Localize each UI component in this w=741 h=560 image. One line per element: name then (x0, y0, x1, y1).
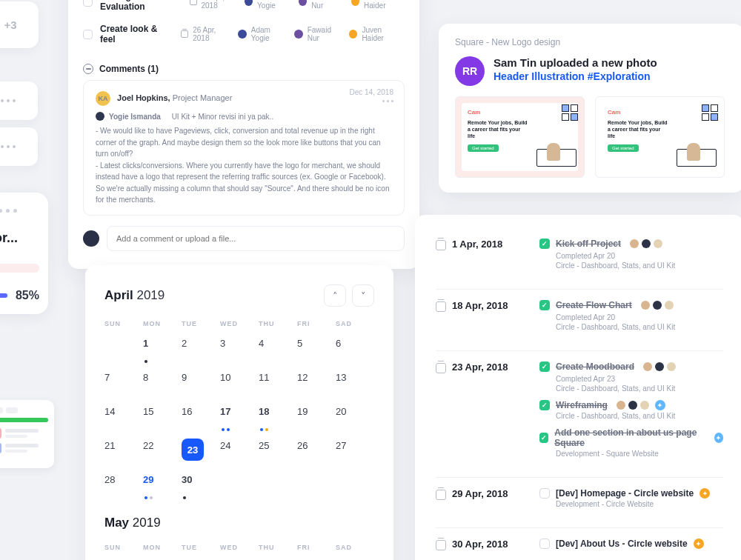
comment-input[interactable] (107, 226, 405, 251)
checkbox-icon[interactable] (539, 539, 550, 549)
calendar-day[interactable]: 19 (297, 404, 336, 428)
calendar-icon (436, 301, 446, 312)
calendar-day[interactable]: 24 (220, 439, 259, 462)
badge-icon: ✦ (714, 433, 723, 443)
next-month-button[interactable]: ˅ (352, 284, 374, 307)
calendar-day[interactable]: 21 (104, 439, 143, 462)
attachment-thumb[interactable]: Cam Remote Your jobs, Build a career tha… (595, 96, 725, 178)
overflow-chip[interactable]: +3 (0, 1, 39, 48)
agenda-item[interactable]: Create MoodboardCompleted Apr 23Circle -… (539, 361, 723, 400)
calendar-icon (436, 490, 446, 500)
avatar-icon (238, 30, 247, 39)
mini-preview-card (0, 400, 54, 468)
checkbox-icon[interactable] (539, 400, 550, 410)
agenda-item[interactable]: Wireframing✦Circle - Dashboard, Stats, a… (539, 400, 723, 427)
calendar-day[interactable]: 5 (297, 336, 336, 360)
calendar-day[interactable] (259, 473, 297, 496)
calendar-day[interactable]: 8 (143, 370, 182, 394)
comment: Dec 14, 2018 KA Joel Hopkins, Project Ma… (83, 80, 405, 216)
attachment-thumb[interactable]: Cam Remote Your jobs, Build a career tha… (455, 96, 585, 178)
task-row[interactable]: Create look & feel 26 Apr, 2018 Adam Yog… (83, 18, 405, 50)
drag-handle-icon[interactable] (0, 209, 39, 213)
avatar-icon (294, 30, 303, 39)
calendar-day[interactable]: 17 (220, 404, 259, 428)
checkbox-icon[interactable] (539, 488, 550, 499)
badge-icon: ✦ (694, 539, 704, 549)
calendar-day[interactable]: 2 (182, 336, 220, 360)
current-user-avatar (83, 230, 99, 247)
badge-icon: ✦ (700, 488, 710, 499)
calendar-day[interactable]: 16 (182, 404, 220, 428)
agenda-item[interactable]: Kick off ProjectCompleted Apr 20Circle -… (539, 239, 723, 277)
avatar-icon (349, 30, 358, 39)
task-name: Testing & Evaluation (100, 0, 182, 12)
calendar-day[interactable]: 27 (336, 439, 374, 462)
checkbox-icon[interactable] (539, 361, 550, 372)
agenda-item[interactable]: Create Flow ChartCompleted Apr 20Circle … (539, 300, 723, 339)
avatar-icon (245, 0, 253, 6)
calendar-day[interactable]: 22 (143, 439, 182, 462)
calendar-day[interactable]: 15 (143, 404, 182, 428)
calendar-day[interactable]: 3 (220, 336, 259, 360)
calendar-day[interactable] (220, 473, 259, 496)
calendar-day[interactable]: 28 (104, 473, 143, 496)
avatar-icon: RR (455, 56, 485, 86)
progress-bar (0, 293, 10, 298)
calendar-day[interactable]: 20 (336, 404, 374, 428)
calendar-day[interactable] (297, 473, 336, 496)
comment-date: Dec 14, 2018 (350, 88, 394, 96)
agenda-item[interactable]: Add one section in about us page Square✦… (539, 427, 723, 465)
ellipsis-card[interactable] (0, 81, 38, 120)
calendar-day[interactable]: 4 (259, 336, 297, 360)
agenda-date: 29 Apr, 2018 (436, 488, 525, 516)
calendar-day[interactable]: 14 (104, 404, 143, 428)
checkbox-icon[interactable] (83, 0, 93, 7)
calendar-day[interactable]: 13 (336, 370, 374, 394)
ellipsis-card[interactable] (0, 127, 38, 166)
agenda-date: 1 Apr, 2018 (436, 239, 525, 277)
comment-author: KA Joel Hopkins, Project Manager (96, 91, 392, 106)
checkbox-icon[interactable] (539, 300, 550, 310)
breadcrumb[interactable]: Square - New Logo design (455, 37, 728, 47)
calendar-day[interactable]: 9 (182, 370, 220, 394)
calendar-day[interactable]: 10 (220, 370, 259, 394)
activity-link[interactable]: Header Illustration #Exploration (494, 70, 657, 82)
checkbox-icon[interactable] (539, 433, 548, 443)
calendar-day[interactable]: 26 (297, 439, 336, 462)
calendar-icon (436, 540, 446, 550)
calendar-day[interactable]: 1 (143, 336, 182, 360)
comment-subject: Yogie Ismanda UI Kit + Minor revisi ini … (96, 112, 392, 121)
calendar-day[interactable]: 12 (297, 370, 336, 394)
checkbox-icon[interactable] (539, 239, 550, 249)
calendar-day[interactable]: 25 (259, 439, 297, 462)
card-title: or... (0, 230, 39, 246)
calendar-icon (181, 30, 188, 38)
prev-month-button[interactable]: ˄ (324, 284, 346, 307)
task-card: Wireframing 23 Apr, 2018 Testing & Evalu… (68, 0, 419, 269)
checkbox-icon[interactable] (83, 30, 93, 39)
agenda-item[interactable]: [Dev] About Us - Circle website✦ (539, 539, 723, 556)
agenda-date: 23 Apr, 2018 (436, 361, 525, 465)
cta-button: Get started (468, 144, 499, 152)
calendar-day[interactable]: 18 (259, 404, 297, 428)
calendar-day[interactable]: 30 (182, 473, 220, 496)
comment-icon (83, 64, 93, 74)
comment-body: - We would like to have Pageviews, click… (96, 125, 392, 206)
agenda-item[interactable]: [Dev] Homepage - Circle website✦Developm… (539, 488, 723, 516)
calendar-day[interactable] (104, 336, 143, 360)
avatar-icon (96, 112, 104, 121)
badge-icon: ✦ (655, 400, 665, 410)
calendar-day[interactable] (336, 473, 374, 496)
calendar-day[interactable]: 6 (336, 336, 374, 360)
calendar-day[interactable]: 7 (104, 370, 143, 394)
calendar-icon (436, 240, 446, 250)
calendar-day[interactable]: 23 (182, 439, 220, 462)
more-icon[interactable] (382, 100, 393, 102)
calendar-day[interactable]: 11 (259, 370, 297, 394)
calendar-card: April 2019 ˄ ˅ SUNMONTUEWEDTHUFRISAD 123… (85, 265, 393, 560)
avatar-icon: KA (96, 91, 110, 106)
calendar-day[interactable]: 29 (143, 473, 182, 496)
task-row[interactable]: Testing & Evaluation 25 Apr, 2018 Adam Y… (83, 0, 405, 18)
calendar-icon (190, 0, 196, 5)
calendar-grid[interactable]: 1234567891011121314151617181920212223242… (104, 336, 374, 496)
